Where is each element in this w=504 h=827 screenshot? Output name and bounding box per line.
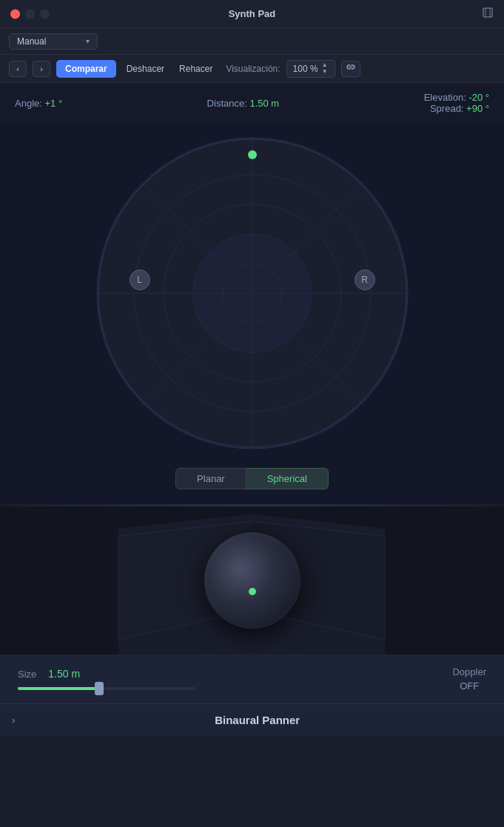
doppler-control-group: Doppler OFF — [452, 666, 486, 692]
visualizacion-label: Visualización: — [226, 64, 280, 74]
right-params: Elevation: -20 ° Spread: +90 ° — [424, 92, 489, 114]
size-label: Size — [18, 669, 36, 680]
link-button[interactable] — [341, 61, 360, 77]
doppler-value[interactable]: OFF — [460, 680, 479, 692]
spherical-mode-button[interactable]: Spherical — [246, 468, 329, 489]
elevation-label: Elevation: — [424, 92, 466, 103]
bottom-chevron-icon[interactable]: › — [12, 714, 15, 726]
traffic-lights — [10, 9, 50, 19]
size-value: 1.50 m — [48, 668, 80, 680]
distance-param: Distance: 1.50 m — [207, 98, 280, 109]
toolbar-row2: ‹ › Comparar Deshacer Rehacer Visualizac… — [0, 55, 504, 83]
size-slider-fill — [18, 687, 99, 690]
manual-label: Manual — [17, 36, 46, 47]
panner-area: L R Planar Spherical — [0, 123, 504, 504]
binaural-panner-title: Binaural Panner — [22, 714, 492, 726]
deshacer-button[interactable]: Deshacer — [122, 60, 169, 78]
sphere-source-dot — [249, 588, 256, 595]
link-icon — [346, 62, 356, 75]
bottom-bar: › Binaural Panner — [0, 703, 504, 736]
spread-label: Spread: — [430, 103, 464, 114]
manual-dropdown[interactable]: Manual ▾ — [9, 33, 98, 50]
left-channel-handle[interactable]: L — [130, 269, 150, 290]
rehacer-button[interactable]: Rehacer — [175, 60, 217, 78]
sphere-area — [0, 506, 504, 654]
distance-value: 1.50 m — [249, 98, 279, 109]
polar-grid[interactable]: L R — [90, 130, 415, 456]
size-slider[interactable] — [18, 687, 195, 690]
sphere-shape — [204, 532, 300, 629]
angle-label: Angle: — [15, 98, 42, 109]
forward-button[interactable]: › — [33, 61, 50, 77]
svg-rect-0 — [483, 8, 492, 17]
polar-grid-svg — [90, 130, 415, 456]
close-button[interactable] — [10, 9, 20, 19]
distance-label: Distance: — [207, 98, 247, 109]
elevation-value: -20 ° — [468, 92, 489, 103]
viz-value-control[interactable]: 100 % ▲ ▼ — [286, 60, 335, 78]
minimize-button[interactable] — [25, 9, 35, 19]
size-control-group: Size 1.50 m — [18, 668, 423, 690]
elevation-param: Elevation: -20 ° — [424, 92, 489, 103]
controls-bar: Size 1.50 m Doppler OFF — [0, 654, 504, 703]
angle-value: +1 ° — [45, 98, 63, 109]
viz-up-icon[interactable]: ▲ — [321, 62, 329, 68]
chevron-down-icon: ▾ — [86, 37, 90, 45]
source-dot[interactable] — [248, 150, 257, 159]
spread-param: Spread: +90 ° — [424, 103, 489, 114]
titlebar-right-icon — [482, 7, 494, 21]
window-title: Synth Pad — [229, 8, 276, 19]
back-button[interactable]: ‹ — [9, 61, 27, 77]
viz-value-text: 100 % — [293, 64, 318, 74]
size-slider-thumb[interactable] — [95, 682, 104, 695]
right-channel-handle[interactable]: R — [355, 269, 375, 290]
mode-buttons: Planar Spherical — [175, 468, 329, 489]
fullscreen-button[interactable] — [40, 9, 50, 19]
planar-mode-button[interactable]: Planar — [175, 468, 246, 489]
spread-value: +90 ° — [466, 103, 489, 114]
doppler-label: Doppler — [452, 666, 486, 677]
titlebar: Synth Pad — [0, 0, 504, 28]
viz-spinner[interactable]: ▲ ▼ — [321, 62, 329, 75]
toolbar-row1: Manual ▾ — [0, 28, 504, 55]
angle-param: Angle: +1 ° — [15, 98, 62, 109]
viz-down-icon[interactable]: ▼ — [321, 69, 329, 75]
params-row: Angle: +1 ° Distance: 1.50 m Elevation: … — [0, 83, 504, 123]
3d-sphere[interactable] — [204, 532, 300, 629]
comparar-button[interactable]: Comparar — [56, 60, 116, 78]
